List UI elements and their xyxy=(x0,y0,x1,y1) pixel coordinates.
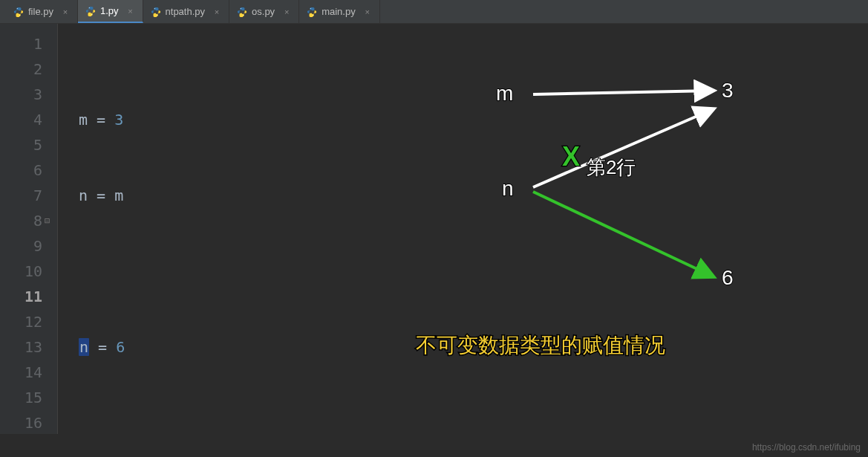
svg-point-8 xyxy=(310,7,311,8)
python-file-icon xyxy=(237,7,247,17)
fold-icon[interactable]: ⊟ xyxy=(45,208,50,233)
line-number: 10 xyxy=(0,259,42,284)
tab-label: os.py xyxy=(252,6,275,17)
code-editor[interactable]: 1 2 3 4 5 6 7 8 9 10 11 12 13 14 15 16 ⊟… xyxy=(0,24,868,434)
svg-point-3 xyxy=(91,14,92,15)
line-number: 5 xyxy=(0,132,42,158)
svg-point-2 xyxy=(89,7,90,7)
variable-highlight: n xyxy=(79,338,89,356)
code-line xyxy=(79,259,868,284)
close-icon[interactable]: × xyxy=(282,7,291,16)
tab-1-py[interactable]: 1.py × xyxy=(78,0,143,23)
line-number: 14 xyxy=(0,360,42,385)
python-file-icon xyxy=(151,7,161,17)
tab-os-py[interactable]: os.py × xyxy=(229,0,299,23)
line-number: 8 xyxy=(0,208,42,233)
svg-point-9 xyxy=(313,15,313,16)
line-number: 13 xyxy=(0,334,42,360)
code-line: m = 3 xyxy=(79,107,868,132)
close-icon[interactable]: × xyxy=(61,7,70,16)
line-number: 16 xyxy=(0,410,42,435)
python-file-icon xyxy=(307,7,317,17)
line-number: 1 xyxy=(0,31,42,56)
code-line: n = 6 xyxy=(79,334,868,360)
python-file-icon xyxy=(85,6,96,16)
line-number: 11 xyxy=(0,284,42,309)
tab-label: file.py xyxy=(28,6,53,17)
line-number: 6 xyxy=(0,158,42,183)
tab-label: main.py xyxy=(322,6,356,17)
line-number: 9 xyxy=(0,233,42,259)
close-icon[interactable]: × xyxy=(126,7,135,16)
code-area[interactable]: ⊟ m = 3 n = m n = 6 print("m", m) print(… xyxy=(58,24,868,434)
svg-point-4 xyxy=(154,7,154,8)
line-number: 7 xyxy=(0,183,42,208)
svg-point-5 xyxy=(157,15,157,16)
svg-point-7 xyxy=(243,15,244,16)
tab-label: ntpath.py xyxy=(166,6,206,17)
close-icon[interactable]: × xyxy=(363,7,372,16)
tab-ntpath-py[interactable]: ntpath.py × xyxy=(143,0,230,23)
tab-main-py[interactable]: main.py × xyxy=(299,0,380,23)
line-number: 15 xyxy=(0,385,42,410)
svg-point-0 xyxy=(17,7,18,8)
code-line: n = m xyxy=(79,183,868,208)
line-number: 2 xyxy=(0,56,42,82)
line-number: 3 xyxy=(0,82,42,107)
python-file-icon xyxy=(13,7,24,17)
line-number: 12 xyxy=(0,309,42,334)
tab-file-py[interactable]: file.py × xyxy=(6,0,78,23)
svg-point-6 xyxy=(241,7,241,8)
tab-label: 1.py xyxy=(100,5,119,16)
code-line xyxy=(79,410,868,435)
tab-bar: file.py × 1.py × ntpath.py × os.py × mai… xyxy=(0,0,868,24)
watermark: https://blog.csdn.net/ifubing xyxy=(752,442,861,453)
line-number: 4 xyxy=(0,107,42,132)
svg-point-1 xyxy=(19,15,20,16)
close-icon[interactable]: × xyxy=(212,7,221,16)
